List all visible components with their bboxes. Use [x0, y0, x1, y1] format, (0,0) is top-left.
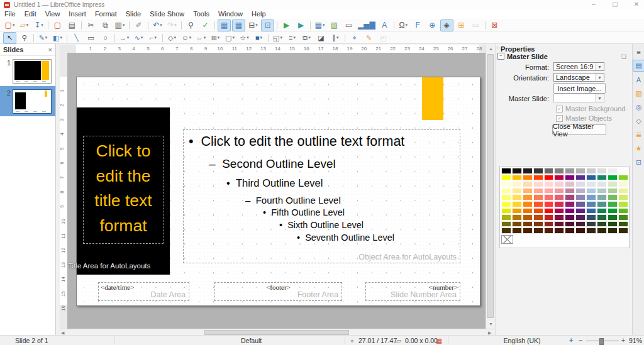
paste-button[interactable]: ▥▾ — [113, 19, 126, 31]
connectors-button[interactable]: ⌐▾ — [147, 32, 160, 44]
color-swatch[interactable] — [565, 201, 575, 207]
close-icon[interactable]: × — [48, 46, 52, 53]
color-swatch[interactable] — [544, 227, 554, 234]
color-swatch[interactable] — [575, 201, 586, 207]
dropdown-arrow-icon[interactable]: ▾ — [308, 35, 311, 40]
dropdown-arrow-icon[interactable]: ▾ — [218, 35, 220, 40]
color-swatch[interactable] — [501, 201, 511, 207]
menu-window[interactable]: Window — [214, 9, 247, 18]
chevron-down-icon[interactable]: ▼ — [595, 94, 604, 102]
basic-shapes-button[interactable]: ◇▾ — [165, 32, 179, 44]
master-slide-button[interactable]: ⊡ — [261, 19, 274, 31]
master-style-name[interactable]: Default — [241, 337, 262, 344]
block-arrows-button[interactable]: ⇔▾ — [194, 32, 208, 44]
fit-slide-icon[interactable]: + — [569, 336, 573, 344]
color-swatch[interactable] — [618, 201, 628, 207]
dropdown-arrow-icon[interactable]: ▾ — [323, 23, 325, 28]
shapes-deck-tab[interactable]: ◇ — [633, 115, 644, 127]
menu-edit[interactable]: Edit — [20, 9, 41, 18]
color-swatch[interactable] — [608, 181, 618, 187]
insert-fontwork-button[interactable]: F — [411, 19, 425, 31]
no-fill-swatch[interactable] — [501, 235, 513, 244]
color-swatch[interactable] — [586, 201, 596, 207]
color-swatch[interactable] — [608, 208, 618, 214]
color-swatch[interactable] — [575, 194, 586, 200]
color-swatch[interactable] — [544, 181, 554, 187]
color-swatch[interactable] — [533, 194, 543, 200]
color-swatch[interactable] — [554, 194, 564, 200]
color-swatch[interactable] — [512, 181, 522, 187]
color-swatch[interactable] — [544, 208, 554, 214]
color-swatch[interactable] — [597, 194, 607, 200]
color-swatch[interactable] — [586, 221, 596, 227]
start-from-first-slide-button[interactable]: ▶ — [280, 19, 293, 31]
color-swatch[interactable] — [501, 214, 511, 221]
color-swatch[interactable] — [586, 208, 596, 214]
color-swatch[interactable] — [533, 227, 543, 234]
color-swatch[interactable] — [523, 227, 533, 234]
dropdown-arrow-icon[interactable]: ▾ — [41, 23, 43, 28]
color-swatch[interactable] — [544, 175, 554, 181]
menu-help[interactable]: Help — [247, 9, 270, 18]
chevron-down-icon[interactable]: ▼ — [595, 74, 604, 81]
color-swatch[interactable] — [533, 201, 543, 207]
color-swatch[interactable] — [512, 194, 522, 200]
color-swatch[interactable] — [554, 214, 564, 221]
color-swatch[interactable] — [533, 168, 543, 174]
dropdown-arrow-icon[interactable]: ▾ — [336, 35, 339, 40]
color-swatch[interactable] — [618, 208, 628, 214]
checkbox-icon[interactable]: ✓ — [556, 115, 563, 122]
color-swatch[interactable] — [523, 194, 533, 200]
color-swatch[interactable] — [586, 194, 596, 200]
color-swatch[interactable] — [618, 227, 628, 234]
align-objects-button[interactable]: ≡▾ — [286, 32, 299, 44]
start-from-current-slide-button[interactable]: ▶ — [294, 19, 308, 31]
color-swatch[interactable] — [597, 208, 607, 214]
color-swatch[interactable] — [575, 227, 586, 234]
navigator-deck-tab[interactable]: ◎ — [633, 101, 644, 113]
close-button[interactable]: ✕ — [633, 1, 640, 8]
flowchart-shapes-button[interactable]: ⊞▾ — [209, 32, 222, 44]
dropdown-arrow-icon[interactable]: ▾ — [26, 23, 29, 28]
color-swatch[interactable] — [565, 188, 575, 194]
color-swatch[interactable] — [501, 208, 511, 214]
dropdown-arrow-icon[interactable]: ▾ — [280, 35, 282, 40]
color-swatch[interactable] — [512, 221, 522, 227]
color-swatch[interactable] — [554, 208, 564, 214]
outline-placeholder[interactable]: Object Area for AutoLayouts • Click to e… — [183, 129, 460, 263]
color-swatch[interactable] — [565, 181, 575, 187]
slide-number-area-placeholder[interactable]: <number> Slide Number Area — [365, 282, 460, 301]
panel-grip[interactable]: ⁞ — [497, 45, 498, 52]
vertical-scrollbar-thumb[interactable] — [487, 54, 494, 318]
dropdown-arrow-icon[interactable]: ▾ — [45, 35, 48, 40]
menu-tools[interactable]: Tools — [189, 9, 214, 18]
distribute-selection-button[interactable]: ∥▾ — [329, 32, 342, 44]
color-swatch[interactable] — [501, 181, 511, 187]
redo-button[interactable]: ↷▾ — [165, 19, 179, 31]
symbol-shapes-button[interactable]: ☺▾ — [180, 32, 193, 44]
color-swatch[interactable] — [501, 188, 511, 194]
dropdown-arrow-icon[interactable]: ▾ — [189, 35, 192, 40]
lines-and-arrows-button[interactable]: →▾ — [118, 32, 131, 44]
show-glue-points-button[interactable]: ✎ — [362, 32, 375, 44]
new-document-button[interactable]: ▢▾ — [3, 19, 16, 31]
dropdown-arrow-icon[interactable]: ▾ — [154, 35, 157, 40]
color-swatch[interactable] — [501, 175, 511, 181]
insert-line-button[interactable]: ╲ — [70, 32, 83, 44]
callout-shapes-button[interactable]: ▢▾ — [223, 32, 236, 44]
color-swatch[interactable] — [523, 201, 533, 207]
color-swatch[interactable] — [501, 168, 511, 174]
color-swatch[interactable] — [523, 168, 533, 174]
menu-slide-show[interactable]: Slide Show — [145, 9, 189, 18]
color-swatch[interactable] — [618, 194, 628, 200]
delete-master-button[interactable]: ⊠ — [488, 19, 501, 31]
vertical-scrollbar[interactable]: ▲ ▼ — [486, 45, 495, 329]
color-swatch[interactable] — [586, 227, 596, 234]
curves-and-polygons-button[interactable]: ∿▾ — [132, 32, 145, 44]
color-swatch[interactable] — [618, 168, 628, 174]
color-swatch[interactable] — [575, 175, 586, 181]
new-master-button[interactable]: ⊞ — [455, 19, 468, 31]
color-swatch[interactable] — [597, 214, 607, 221]
color-swatch[interactable] — [544, 214, 554, 221]
3d-objects-button[interactable]: ■▾ — [252, 32, 265, 44]
